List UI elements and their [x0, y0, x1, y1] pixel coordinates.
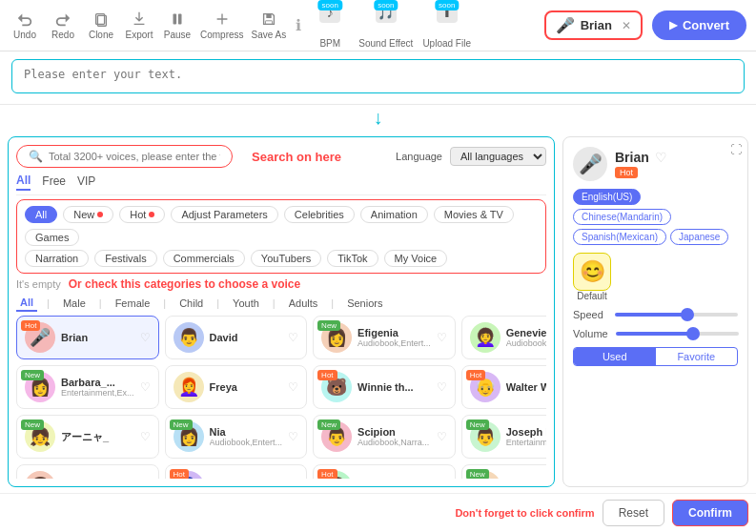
- speed-label: Speed: [573, 309, 607, 320]
- voice-heart-icon[interactable]: ♡: [140, 430, 151, 443]
- compress-button[interactable]: Compress: [200, 10, 244, 40]
- voice-card[interactable]: New 👧 アーニャ_ ♡: [16, 415, 159, 459]
- clone-button[interactable]: Clone: [86, 10, 116, 40]
- voice-heart-icon[interactable]: ♡: [437, 430, 447, 443]
- bpm-button[interactable]: soon ♪ BPM: [311, 2, 349, 49]
- voice-card[interactable]: Hot 👴 Walter W... ♡: [461, 365, 546, 409]
- voice-heart-icon[interactable]: ♡: [437, 331, 447, 344]
- gender-tab-adults[interactable]: Adults: [285, 296, 322, 311]
- save-button[interactable]: Save As: [252, 10, 287, 40]
- tab-vip[interactable]: VIP: [77, 173, 95, 190]
- tag-youtubers[interactable]: YouTubers: [251, 250, 321, 267]
- voice-card[interactable]: New 👩 Efigenia Audiobook,Entert... ♡: [313, 316, 456, 359]
- mic-icon: 🎤: [556, 16, 575, 34]
- info-icon[interactable]: ℹ: [296, 16, 301, 34]
- tab-all[interactable]: All: [16, 172, 31, 191]
- tag-myvoice[interactable]: My Voice: [384, 250, 448, 267]
- volume-label: Volume: [573, 328, 608, 339]
- mood-icon[interactable]: 😊: [573, 253, 611, 291]
- voice-card[interactable]: 👩 Joanne ♡: [16, 464, 159, 479]
- voice-card[interactable]: New 👨 Scipion Audiobook,Narra... ♡: [313, 415, 456, 459]
- lang-chips: English(US) Chinese(Mandarin) Spanish(Me…: [573, 189, 738, 245]
- right-panel: ⛶ 🎤 Brian ♡ Hot English(US) Chinese(Mand…: [562, 136, 748, 487]
- arrow-indicator: ↓: [0, 105, 756, 131]
- fav-tab[interactable]: Favorite: [656, 348, 738, 365]
- reset-button[interactable]: Reset: [603, 500, 664, 526]
- tab-free[interactable]: Free: [42, 173, 66, 190]
- gender-tab-all[interactable]: All: [16, 295, 37, 312]
- text-input[interactable]: [11, 59, 745, 93]
- tag-hot[interactable]: Hot: [119, 206, 165, 223]
- tag-games[interactable]: Games: [25, 229, 79, 246]
- voice-heart-icon[interactable]: ♡: [437, 380, 447, 394]
- voice-close-icon[interactable]: ✕: [622, 19, 631, 32]
- language-select[interactable]: All languages: [450, 147, 546, 166]
- search-row: 🔍 Search on here Language All languages: [16, 145, 546, 168]
- voice-card[interactable]: Hot 🎤 Brian ♡: [16, 316, 159, 359]
- right-voice-header: 🎤 Brian ♡ Hot: [573, 147, 738, 181]
- convert-button[interactable]: Convert: [652, 10, 746, 40]
- voice-heart-icon[interactable]: ♡: [288, 380, 298, 394]
- categories-hint: Or check this categories to choose a voi…: [69, 277, 300, 291]
- tabs-row: All Free VIP: [16, 172, 546, 195]
- voice-card[interactable]: New 👩 Nia Audiobook,Entert... ♡: [165, 415, 308, 459]
- speed-row: Speed: [573, 309, 738, 320]
- sound-effect-button[interactable]: soon 🎵 Sound Effect: [358, 2, 413, 49]
- voice-card[interactable]: New 👨 Joseph L... Entertainment,Ex... ♡: [461, 415, 546, 459]
- voice-card[interactable]: Hot 🐻 Winnie th... ♡: [313, 365, 456, 409]
- tag-narration[interactable]: Narration: [25, 250, 89, 267]
- voice-heart-icon[interactable]: ♡: [288, 331, 298, 344]
- search-input[interactable]: [49, 151, 220, 162]
- search-hint: Search on here: [252, 150, 341, 164]
- speed-slider[interactable]: [615, 313, 738, 317]
- tag-tiktok[interactable]: TikTok: [327, 250, 378, 267]
- tag-animation[interactable]: Animation: [360, 206, 428, 223]
- tag-commercials[interactable]: Commercials: [163, 250, 245, 267]
- volume-slider[interactable]: [616, 332, 739, 336]
- lang-chip-japanese[interactable]: Japanese: [670, 229, 728, 245]
- voice-selector[interactable]: 🎤 Brian ✕: [544, 10, 643, 40]
- tag-movies[interactable]: Movies & TV: [434, 206, 514, 223]
- voice-card[interactable]: Hot 🧙 Sidon ♡: [165, 464, 308, 479]
- lang-chip-spanish[interactable]: Spanish(Mexican): [573, 229, 666, 245]
- gender-tab-female[interactable]: Female: [112, 296, 154, 311]
- voice-heart-icon[interactable]: ♡: [140, 380, 151, 394]
- search-icon: 🔍: [29, 150, 43, 163]
- confirm-note: Don't forget to click confirm: [455, 507, 594, 519]
- voice-heart-icon[interactable]: ♡: [140, 331, 151, 344]
- gender-tab-male[interactable]: Male: [59, 296, 90, 311]
- tag-festivals[interactable]: Festivals: [94, 250, 156, 267]
- used-tab[interactable]: Used: [574, 348, 656, 365]
- lang-chip-chinese[interactable]: Chinese(Mandarin): [573, 209, 671, 225]
- tag-adjust[interactable]: Adjust Parameters: [171, 206, 277, 223]
- used-fav-tabs: Used Favorite: [573, 347, 738, 366]
- voice-card[interactable]: 👩‍🦰 Freya ♡: [165, 365, 308, 409]
- pause-button[interactable]: Pause: [162, 10, 193, 40]
- voice-heart-icon[interactable]: ♡: [288, 430, 298, 443]
- text-area-section: [0, 51, 756, 105]
- redo-button[interactable]: Redo: [48, 10, 78, 40]
- svg-rect-2: [174, 14, 177, 25]
- voice-card[interactable]: Hot 👨 Pedro Pa... ♡: [313, 464, 456, 479]
- undo-button[interactable]: Undo: [10, 10, 40, 40]
- voice-card[interactable]: New 👩 Barbara_... Entertainment,Ex... ♡: [16, 365, 159, 409]
- voice-card[interactable]: 👩‍🦱 Genevieve Audiobook,Narra... ♡: [461, 316, 546, 359]
- expand-icon[interactable]: ⛶: [730, 143, 742, 156]
- filter-tags: All New Hot Adjust Parameters Celebritie…: [16, 199, 546, 274]
- confirm-button[interactable]: Confirm: [672, 500, 748, 526]
- voice-card[interactable]: New 👻 Ghostfac... ♡: [461, 464, 546, 479]
- empty-hint: It's empty: [16, 278, 61, 290]
- right-voice-heart[interactable]: ♡: [655, 150, 667, 165]
- upload-file-button[interactable]: soon ⬆ Upload File: [422, 2, 471, 49]
- tag-all[interactable]: All: [25, 206, 57, 223]
- export-button[interactable]: Export: [124, 10, 154, 40]
- lang-chip-english[interactable]: English(US): [573, 189, 641, 205]
- voice-card[interactable]: 👨 David ♡: [165, 316, 308, 359]
- gender-tab-child[interactable]: Child: [175, 296, 207, 311]
- gender-tab-seniors[interactable]: Seniors: [343, 296, 386, 311]
- tag-celebrities[interactable]: Celebrities: [284, 206, 355, 223]
- main-panel: 🔍 Search on here Language All languages …: [0, 131, 756, 493]
- right-mic-icon: 🎤: [573, 147, 607, 181]
- tag-new[interactable]: New: [63, 206, 113, 223]
- gender-tab-youth[interactable]: Youth: [229, 296, 263, 311]
